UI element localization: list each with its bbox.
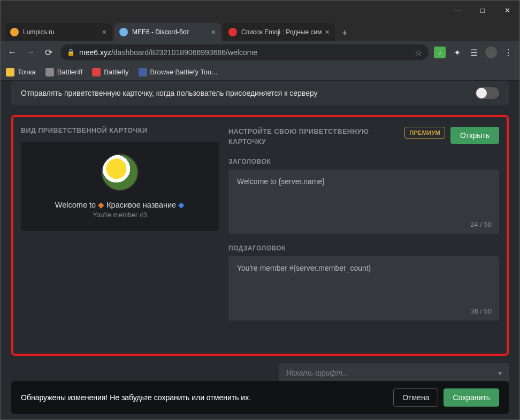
lock-icon: 🔒 bbox=[67, 49, 75, 56]
reload-button[interactable]: ⟳ bbox=[42, 47, 55, 58]
font-search-placeholder: Искать шрифт... bbox=[286, 369, 348, 377]
close-icon[interactable]: × bbox=[102, 28, 106, 36]
diamond-icon: ◆ bbox=[178, 201, 185, 209]
title-field-label: ЗАГОЛОВОК bbox=[228, 158, 499, 165]
settings-heading: НАСТРОЙТЕ СВОЮ ПРИВЕТСТВЕННУЮ КАРТОЧКУ bbox=[228, 127, 399, 147]
window-maximize[interactable]: □ bbox=[470, 1, 495, 20]
window-minimize[interactable]: — bbox=[446, 1, 470, 20]
window-close[interactable]: ✕ bbox=[495, 1, 519, 20]
bookmark-item[interactable]: Battleriff bbox=[45, 68, 82, 77]
tab-title: Список Emoji : Родные сим bbox=[241, 28, 322, 36]
bookmark-icon bbox=[139, 68, 147, 77]
savebar-message: Обнаружены изменения! Не забудьте сохран… bbox=[21, 393, 251, 402]
toggle-knob bbox=[476, 88, 487, 98]
tab-title: Lumpics.ru bbox=[23, 28, 99, 36]
subtitle-field-label: ПОДЗАГОЛОВОК bbox=[228, 245, 499, 252]
bookmark-star-icon[interactable]: ☆ bbox=[415, 48, 422, 58]
url-text: mee6.xyz/dashboard/823210189066993686/we… bbox=[79, 48, 257, 57]
bookmark-item[interactable]: Browse Battlefy Tou... bbox=[139, 68, 218, 77]
bookmark-label: Точка bbox=[18, 68, 36, 76]
favicon-icon bbox=[228, 28, 237, 36]
forward-button[interactable]: → bbox=[24, 47, 37, 58]
toggle-switch[interactable] bbox=[476, 87, 499, 99]
tab-lumpics[interactable]: Lumpics.ru × bbox=[5, 23, 112, 41]
extensions-menu-icon[interactable]: ✦ bbox=[451, 47, 463, 58]
tab-strip: Lumpics.ru × MEE6 - Discord-бот × Список… bbox=[1, 20, 519, 41]
back-button[interactable]: ← bbox=[6, 47, 19, 58]
unsaved-changes-bar: Обнаружены изменения! Не забудьте сохран… bbox=[11, 381, 509, 414]
bookmark-icon bbox=[45, 68, 54, 77]
subtitle-input-value: You're member #{server.member_count} bbox=[237, 264, 371, 272]
bookmark-item[interactable]: Battlefly bbox=[92, 68, 128, 77]
font-search-input[interactable]: Искать шрифт... ▾ bbox=[279, 363, 509, 383]
subtitle-input[interactable]: You're member #{server.member_count} 36 … bbox=[228, 256, 499, 320]
tab-emoji[interactable]: Список Emoji : Родные сим × bbox=[223, 23, 335, 41]
bookmark-label: Browse Battlefy Tou... bbox=[150, 68, 218, 76]
bookmark-icon bbox=[6, 68, 14, 77]
toggle-label: Отправлять приветственную карточку, когд… bbox=[21, 89, 318, 97]
welcome-card-preview: Welcome to ◆ Красивое название ◆ You're … bbox=[21, 142, 219, 231]
bookmark-label: Battlefly bbox=[104, 68, 128, 76]
welcome-card-toggle-row: Отправлять приветственную карточку, когд… bbox=[11, 81, 509, 105]
close-icon[interactable]: × bbox=[325, 28, 329, 36]
tab-title: MEE6 - Discord-бот bbox=[132, 28, 208, 36]
new-tab-button[interactable]: + bbox=[337, 25, 353, 41]
diamond-icon: ◆ bbox=[98, 201, 104, 209]
bookmark-label: Battleriff bbox=[57, 68, 82, 76]
chevron-down-icon: ▾ bbox=[498, 369, 501, 377]
card-subtitle: You're member #3 bbox=[26, 211, 213, 219]
welcome-card-editor: ВИД ПРИВЕТСТВЕННОЙ КАРТОЧКИ Welcome to ◆… bbox=[11, 115, 509, 356]
settings-column: НАСТРОЙТЕ СВОЮ ПРИВЕТСТВЕННУЮ КАРТОЧКУ П… bbox=[228, 127, 499, 344]
title-charcount: 24 / 50 bbox=[470, 220, 492, 228]
save-button[interactable]: Сохранить bbox=[443, 388, 499, 407]
cancel-button[interactable]: Отмена bbox=[393, 388, 438, 407]
tab-mee6[interactable]: MEE6 - Discord-бот × bbox=[114, 23, 221, 41]
open-button[interactable]: Открыть bbox=[450, 127, 499, 144]
subtitle-charcount: 36 / 50 bbox=[470, 307, 492, 315]
title-input[interactable]: Welcome to {server.name} 24 / 50 bbox=[228, 170, 499, 234]
profile-avatar[interactable] bbox=[485, 47, 497, 58]
preview-heading: ВИД ПРИВЕТСТВЕННОЙ КАРТОЧКИ bbox=[21, 127, 219, 134]
preview-column: ВИД ПРИВЕТСТВЕННОЙ КАРТОЧКИ Welcome to ◆… bbox=[21, 127, 219, 344]
premium-badge: ПРЕМИУМ bbox=[404, 127, 445, 139]
browser-menu-icon[interactable]: ⋮ bbox=[502, 47, 514, 58]
reading-list-icon[interactable]: ☰ bbox=[468, 47, 480, 58]
bookmark-item[interactable]: Точка bbox=[6, 68, 36, 77]
toolbar: ← → ⟳ 🔒 mee6.xyz/dashboard/8232101890669… bbox=[1, 41, 519, 64]
bookmark-icon bbox=[92, 68, 101, 77]
extension-icon[interactable]: ♪ bbox=[434, 47, 446, 58]
bookmarks-bar: Точка Battleriff Battlefly Browse Battle… bbox=[1, 64, 519, 81]
page-content: Отправлять приветственную карточку, когд… bbox=[1, 81, 519, 420]
favicon-icon bbox=[10, 28, 19, 36]
avatar bbox=[101, 154, 139, 191]
card-title: Welcome to ◆ Красивое название ◆ bbox=[26, 201, 213, 209]
favicon-icon bbox=[119, 28, 128, 36]
title-input-value: Welcome to {server.name} bbox=[237, 177, 325, 186]
address-bar[interactable]: 🔒 mee6.xyz/dashboard/823210189066993686/… bbox=[60, 44, 429, 60]
close-icon[interactable]: × bbox=[211, 28, 216, 36]
